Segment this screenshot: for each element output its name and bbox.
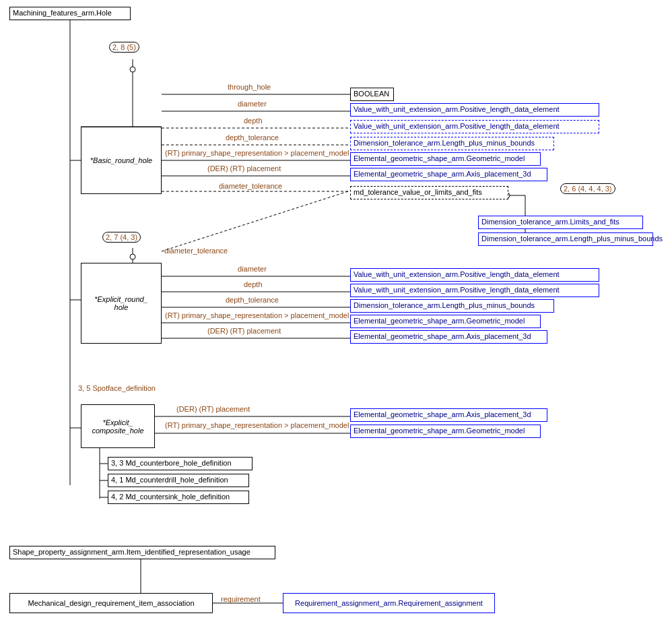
label-diam-tol1: diameter_tolerance — [219, 182, 282, 190]
svg-point-10 — [130, 254, 135, 259]
explicit-composite-hole-box: *Explicit_composite_hole — [81, 404, 155, 448]
elem-axis-3d2-box: Elemental_geometric_shape_arm.Axis_place… — [350, 330, 547, 344]
elem-geom-model1-box: Elemental_geometric_shape_arm.Geometric_… — [350, 152, 541, 166]
label-diameter1: diameter — [238, 100, 267, 108]
mech-design-req-box: Mechanical_design_requirement_item_assoc… — [9, 593, 213, 613]
machining-root-box: Machining_features_arm.Hole — [9, 7, 131, 20]
ann-3-5-spotface: 3, 5 Spotface_definition — [78, 384, 156, 392]
ann-2-6: 2, 6 (4, 4, 4, 3) — [560, 183, 615, 194]
vwue-pos4-box: Value_with_unit_extension_arm.Positive_l… — [350, 284, 599, 297]
explicit-composite-hole-label: *Explicit_composite_hole — [92, 418, 143, 435]
elem-geom-model3-box: Elemental_geometric_shape_arm.Geometric_… — [350, 425, 541, 438]
req-assignment-label: Requirement_assignment_arm.Requirement_a… — [295, 599, 483, 607]
dim-tol-lf-box: Dimension_tolerance_arm.Limits_and_fits — [478, 216, 643, 229]
svg-line-25 — [162, 191, 350, 251]
label-diam-tol2: diameter_tolerance — [164, 247, 228, 255]
md-tolerance-box: md_tolerance_value_or_limits_and_fits — [350, 186, 508, 199]
ann-2-7-4-3: 2, 7 (4, 3) — [102, 232, 141, 243]
vwue-pos1-box: Value_with_unit_extension_arm.Positive_l… — [350, 103, 599, 117]
diagram-container: Machining_features_arm.Hole *Basic_round… — [0, 0, 672, 626]
md-counterdrill-box: 4, 1 Md_counterdrill_hole_definition — [108, 474, 249, 487]
label-depth1: depth — [244, 117, 263, 125]
label-depth2: depth — [244, 280, 263, 288]
boolean-box: BOOLEAN — [350, 88, 394, 101]
label-der-rt2: (DER) (RT) placement — [207, 327, 281, 335]
label-psr3: (RT) primary_shape_representation > plac… — [165, 421, 349, 429]
svg-point-6 — [130, 67, 135, 72]
elem-geom-model2-box: Elemental_geometric_shape_arm.Geometric_… — [350, 315, 541, 328]
md-counterbore-box: 3, 3 Md_counterbore_hole_definition — [108, 457, 253, 470]
vwue-pos2-box: Value_with_unit_extension_arm.Positive_l… — [350, 120, 599, 133]
md-countersink-box: 4, 2 Md_countersink_hole_definition — [108, 491, 249, 504]
label-der-rt3: (DER) (RT) placement — [176, 405, 250, 413]
label-depth-tol2: depth_tolerance — [226, 296, 279, 304]
dim-tol-lpb-r-box: Dimension_tolerance_arm.Length_plus_minu… — [478, 232, 653, 246]
label-der-rt1: (DER) (RT) placement — [207, 164, 281, 173]
dim-tol-lpb1-box: Dimension_tolerance_arm.Length_plus_minu… — [350, 137, 554, 150]
explicit-round-hole-box: *Explicit_round_hole — [81, 263, 162, 344]
elem-axis-3d3-box: Elemental_geometric_shape_arm.Axis_place… — [350, 408, 547, 422]
label-psr2: (RT) primary_shape_representation > plac… — [165, 311, 349, 319]
label-psr1: (RT) primary_shape_representation > plac… — [165, 149, 349, 157]
mech-design-req-label: Mechanical_design_requirement_item_assoc… — [28, 599, 194, 607]
ann-2-8-5: 2, 8 (5) — [109, 42, 139, 53]
label-through-hole: through_hole — [228, 83, 271, 91]
label-requirement: requirement — [221, 595, 261, 603]
shape-property-box: Shape_property_assignment_arm.Item_ident… — [9, 546, 275, 559]
explicit-round-hole-label: *Explicit_round_hole — [94, 295, 148, 311]
basic-round-hole-label: *Basic_round_hole — [90, 156, 152, 164]
label-depth-tol1: depth_tolerance — [226, 133, 279, 142]
label-diameter2: diameter — [238, 265, 267, 273]
dim-tol-lpb2-box: Dimension_tolerance_arm.Length_plus_minu… — [350, 299, 554, 313]
basic-round-hole-box: *Basic_round_hole — [81, 127, 162, 194]
req-assignment-box: Requirement_assignment_arm.Requirement_a… — [283, 593, 495, 613]
vwue-pos3-box: Value_with_unit_extension_arm.Positive_l… — [350, 268, 599, 282]
elem-axis-3d1-box: Elemental_geometric_shape_arm.Axis_place… — [350, 168, 547, 181]
